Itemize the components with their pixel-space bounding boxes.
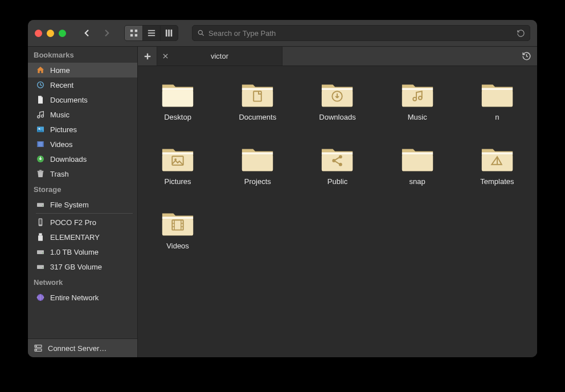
- svg-rect-48: [242, 90, 273, 107]
- folder-pictures[interactable]: Pictures: [149, 141, 206, 189]
- svg-rect-7: [166, 30, 167, 36]
- folder-projects[interactable]: Projects: [229, 141, 286, 189]
- folder-videos[interactable]: Videos: [149, 205, 206, 254]
- folder-label: Desktop: [164, 113, 191, 121]
- svg-rect-6: [148, 35, 155, 36]
- svg-rect-1: [134, 30, 137, 32]
- forward-button[interactable]: [99, 25, 115, 41]
- tab-victor[interactable]: victor: [157, 47, 282, 66]
- svg-rect-44: [162, 88, 193, 90]
- svg-point-10: [198, 30, 202, 34]
- sidebar-item-documents[interactable]: Documents: [28, 92, 137, 107]
- svg-rect-23: [37, 203, 44, 207]
- server-icon: [34, 344, 43, 353]
- sidebar-item-poco-f2-pro[interactable]: POCO F2 Pro: [28, 215, 137, 230]
- reload-button[interactable]: [517, 29, 525, 38]
- folder-public[interactable]: Public: [309, 141, 366, 189]
- folder-label: Pictures: [165, 177, 191, 186]
- sidebar-item-file-system[interactable]: File System: [28, 197, 137, 212]
- folder-label: Documents: [239, 113, 276, 121]
- folder-icon: [160, 80, 195, 109]
- icon-view-button[interactable]: [125, 26, 142, 40]
- svg-rect-68: [242, 152, 273, 154]
- svg-rect-51: [322, 88, 353, 90]
- minimize-window-button[interactable]: [47, 30, 54, 37]
- connect-server-button[interactable]: Connect Server…: [28, 338, 137, 357]
- sidebar-item-label: Entire Network: [50, 293, 99, 302]
- svg-rect-28: [38, 235, 43, 240]
- svg-rect-29: [37, 250, 44, 254]
- folder-icon: [400, 144, 435, 174]
- folder-downloads[interactable]: Downloads: [309, 76, 366, 125]
- svg-rect-45: [162, 90, 193, 107]
- view-mode-group: [124, 25, 178, 41]
- folder-icon: [480, 80, 515, 109]
- sidebar-item-videos[interactable]: Videos: [28, 137, 137, 152]
- sidebar-item-pictures[interactable]: Pictures: [28, 122, 137, 137]
- sidebar-item-label: Home: [50, 66, 70, 75]
- sidebar-item-317-gb-volume[interactable]: 317 GB Volume: [28, 259, 137, 274]
- svg-rect-27: [39, 233, 42, 235]
- phone-icon: [36, 218, 45, 227]
- back-button[interactable]: [79, 25, 95, 41]
- svg-rect-85: [162, 219, 193, 235]
- sidebar-item-trash[interactable]: Trash: [28, 166, 137, 181]
- sidebar-item-downloads[interactable]: Downloads: [28, 152, 137, 166]
- sidebar-item-label: 1.0 TB Volume: [50, 248, 99, 256]
- sidebar-item-recent[interactable]: Recent: [28, 77, 137, 92]
- sidebar-item-home[interactable]: Home: [28, 63, 137, 77]
- sidebar-item-1-0-tb-volume[interactable]: 1.0 TB Volume: [28, 244, 137, 259]
- drive-icon: [36, 262, 45, 271]
- list-view-button[interactable]: [142, 26, 160, 40]
- path-search-field[interactable]: [192, 25, 530, 41]
- sidebar: BookmarksHomeRecentDocumentsMusicPicture…: [28, 47, 138, 357]
- folder-templates[interactable]: Templates: [469, 141, 526, 189]
- folder-label: Downloads: [319, 113, 355, 121]
- svg-rect-3: [134, 34, 137, 36]
- folder-music[interactable]: Music: [389, 76, 446, 125]
- svg-rect-84: [162, 217, 193, 219]
- sidebar-item-elementary[interactable]: ELEMENTARY: [28, 230, 137, 244]
- svg-rect-52: [322, 90, 353, 107]
- sidebar-item-label: Documents: [50, 96, 88, 104]
- folder-desktop[interactable]: Desktop: [149, 76, 206, 125]
- column-view-button[interactable]: [160, 26, 178, 40]
- sidebar-item-label: Pictures: [50, 125, 77, 134]
- folder-snap[interactable]: snap: [389, 141, 446, 189]
- folder-documents[interactable]: Documents: [229, 76, 286, 125]
- svg-rect-69: [242, 154, 273, 171]
- maximize-window-button[interactable]: [59, 30, 66, 37]
- sidebar-item-label: 317 GB Volume: [50, 263, 102, 271]
- svg-point-37: [36, 346, 36, 346]
- sidebar-item-music[interactable]: Music: [28, 107, 137, 122]
- search-input[interactable]: [208, 29, 513, 38]
- svg-rect-63: [162, 152, 193, 154]
- svg-rect-8: [168, 30, 170, 36]
- new-tab-button[interactable]: [138, 47, 157, 66]
- sidebar-item-entire-network[interactable]: Entire Network: [28, 290, 137, 305]
- documents-icon: [36, 95, 45, 104]
- folder-icon: [480, 144, 515, 174]
- svg-point-30: [42, 252, 43, 254]
- sidebar-item-label: File System: [50, 201, 89, 209]
- svg-rect-55: [402, 88, 433, 90]
- folder-n[interactable]: n: [469, 76, 526, 125]
- history-button[interactable]: [515, 47, 537, 66]
- close-window-button[interactable]: [35, 30, 42, 37]
- sidebar-item-label: POCO F2 Pro: [50, 218, 96, 227]
- tab-close-button[interactable]: [157, 53, 173, 59]
- svg-rect-26: [39, 219, 42, 224]
- svg-point-24: [42, 205, 43, 206]
- folder-label: Templates: [480, 177, 514, 186]
- usb-icon: [36, 232, 45, 242]
- sidebar-item-label: Downloads: [50, 155, 87, 164]
- svg-rect-80: [482, 152, 513, 154]
- downloads-icon: [36, 154, 45, 164]
- folder-label: n: [495, 113, 499, 121]
- svg-rect-78: [402, 154, 433, 171]
- sidebar-section-title: Bookmarks: [28, 47, 137, 63]
- svg-rect-77: [402, 152, 433, 154]
- files-area[interactable]: Desktop Documents Downloads Music n Pict…: [138, 66, 537, 357]
- pictures-icon: [36, 125, 45, 134]
- network-icon: [36, 293, 45, 302]
